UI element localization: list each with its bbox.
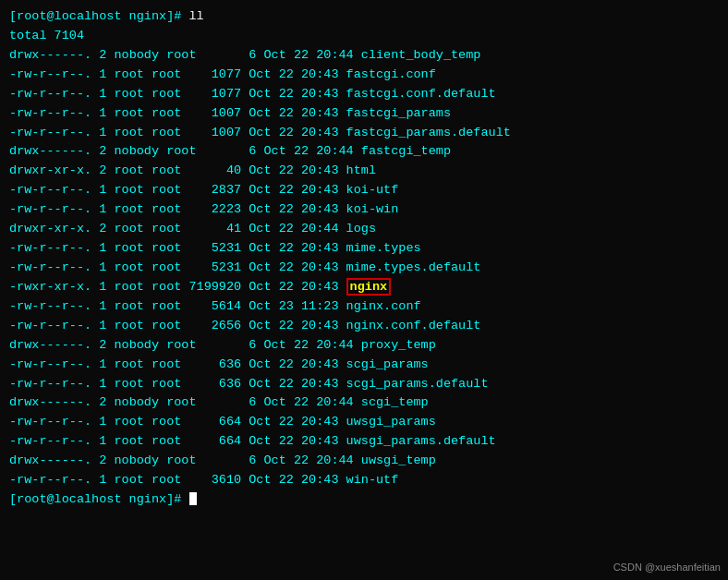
file-name: koi-win xyxy=(339,202,399,216)
file-links: 2 xyxy=(91,395,106,409)
file-row: -rw-r--r--. 1 root root 3610 Oct 22 20:4… xyxy=(9,471,719,490)
file-date: Oct 22 20:44 xyxy=(256,144,353,158)
file-group: root xyxy=(159,144,197,158)
file-size: 3610 xyxy=(181,473,241,487)
file-size: 1007 xyxy=(181,106,241,120)
file-row: drwx------. 2 nobody root 6 Oct 22 20:44… xyxy=(9,393,719,413)
file-row: -rw-r--r--. 1 root root 2656 Oct 22 20:4… xyxy=(9,317,719,336)
file-name: scgi_temp xyxy=(354,395,429,409)
file-group: root xyxy=(144,163,182,177)
file-links: 2 xyxy=(91,163,106,177)
file-name: client_body_temp xyxy=(354,48,481,62)
file-links: 1 xyxy=(91,183,106,197)
file-row: -rw-r--r--. 1 root root 1077 Oct 22 20:4… xyxy=(9,85,719,104)
file-list: drwx------. 2 nobody root 6 Oct 22 20:44… xyxy=(9,46,719,490)
file-links: 1 xyxy=(91,357,106,371)
file-size: 41 xyxy=(181,222,241,236)
file-size: 7199920 xyxy=(181,280,241,294)
file-size: 664 xyxy=(181,434,241,448)
file-row: drwx------. 2 nobody root 6 Oct 22 20:44… xyxy=(9,46,719,66)
file-size: 6 xyxy=(197,144,257,158)
file-perms: drwx------. xyxy=(9,338,91,352)
file-owner: nobody xyxy=(106,144,159,158)
file-links: 2 xyxy=(91,453,106,467)
file-owner: root xyxy=(106,183,144,197)
file-links: 1 xyxy=(91,67,106,81)
file-name: scgi_params.default xyxy=(339,377,489,391)
file-row: -rw-r--r--. 1 root root 636 Oct 22 20:43… xyxy=(9,356,719,375)
command: ll xyxy=(188,9,203,23)
file-size: 5614 xyxy=(181,299,241,313)
file-perms: -rw-r--r--. xyxy=(9,106,91,120)
file-date: Oct 22 20:43 xyxy=(241,357,338,371)
file-perms: -rw-r--r--. xyxy=(9,202,91,216)
file-row: -rw-r--r--. 1 root root 5231 Oct 22 20:4… xyxy=(9,259,719,278)
file-date: Oct 22 20:43 xyxy=(241,260,338,274)
file-group: root xyxy=(144,106,182,120)
file-row: drwx------. 2 nobody root 6 Oct 22 20:44… xyxy=(9,142,719,162)
file-owner: root xyxy=(106,280,144,294)
file-group: root xyxy=(144,87,182,101)
file-perms: -rw-r--r--. xyxy=(9,357,91,371)
file-date: Oct 22 20:43 xyxy=(241,67,338,81)
file-size: 636 xyxy=(181,357,241,371)
file-perms: -rw-r--r--. xyxy=(9,377,91,391)
file-date: Oct 22 20:43 xyxy=(241,163,338,177)
file-name: mime.types xyxy=(339,241,421,255)
file-name: fastcgi_params xyxy=(339,106,452,120)
file-row: -rw-r--r--. 1 root root 664 Oct 22 20:43… xyxy=(9,413,719,432)
file-row: drwx------. 2 nobody root 6 Oct 22 20:44… xyxy=(9,452,719,471)
file-owner: root xyxy=(106,319,144,332)
file-owner: root xyxy=(106,67,144,81)
file-links: 2 xyxy=(91,48,106,62)
file-name: fastcgi.conf xyxy=(339,67,436,81)
file-links: 1 xyxy=(91,241,106,255)
file-links: 1 xyxy=(91,202,106,216)
file-perms: -rw-r--r--. xyxy=(9,473,91,487)
file-size: 1077 xyxy=(181,87,241,101)
nginx-filename: nginx xyxy=(346,278,392,296)
file-perms: drwx------. xyxy=(9,453,91,467)
file-perms: -rw-r--r--. xyxy=(9,319,91,332)
file-perms: -rw-r--r--. xyxy=(9,183,91,197)
file-name: win-utf xyxy=(339,473,399,487)
file-group: root xyxy=(144,67,182,81)
file-name: uwsgi_params.default xyxy=(339,434,496,448)
file-perms: drwxr-xr-x. xyxy=(9,163,91,177)
file-name: logs xyxy=(339,222,377,236)
file-group: root xyxy=(159,395,197,409)
file-size: 5231 xyxy=(181,260,241,274)
file-group: root xyxy=(144,222,182,236)
file-group: root xyxy=(144,183,182,197)
file-row: -rw-r--r--. 1 root root 1007 Oct 22 20:4… xyxy=(9,124,719,143)
file-owner: root xyxy=(106,241,144,255)
prompt-line: [root@localhost nginx]# xyxy=(9,490,719,510)
file-size: 664 xyxy=(181,415,241,429)
file-group: root xyxy=(144,415,182,429)
file-perms: -rw-r--r--. xyxy=(9,299,91,313)
file-size: 2656 xyxy=(181,319,241,332)
file-perms: -rw-r--r--. xyxy=(9,260,91,274)
file-size: 1077 xyxy=(181,67,241,81)
file-owner: root xyxy=(106,299,144,313)
file-group: root xyxy=(144,434,182,448)
file-perms: -rw-r--r--. xyxy=(9,87,91,101)
file-size: 2223 xyxy=(181,202,241,216)
file-row: -rw-r--r--. 1 root root 664 Oct 22 20:43… xyxy=(9,432,719,452)
cursor xyxy=(189,492,197,505)
file-owner: root xyxy=(106,415,144,429)
file-row: -rw-r--r--. 1 root root 636 Oct 22 20:43… xyxy=(9,375,719,394)
file-perms: -rw-r--r--. xyxy=(9,241,91,255)
file-links: 2 xyxy=(91,338,106,352)
file-links: 2 xyxy=(91,222,106,236)
file-date: Oct 22 20:43 xyxy=(241,87,338,101)
file-owner: root xyxy=(106,260,144,274)
file-group: root xyxy=(144,260,182,274)
file-group: root xyxy=(144,126,182,139)
file-group: root xyxy=(159,48,197,62)
file-links: 1 xyxy=(91,473,106,487)
file-perms: -rw-r--r--. xyxy=(9,67,91,81)
file-date: Oct 22 20:43 xyxy=(241,415,338,429)
file-name: mime.types.default xyxy=(339,260,481,274)
file-owner: root xyxy=(106,377,144,391)
